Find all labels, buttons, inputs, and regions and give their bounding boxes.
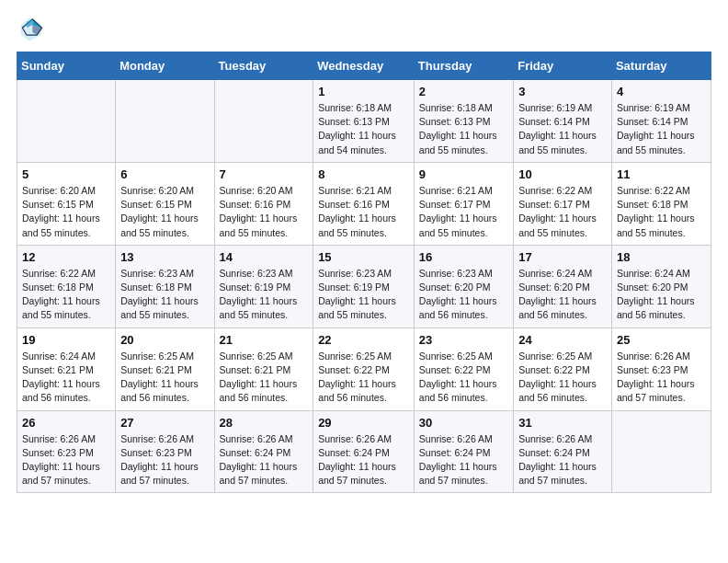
weekday-header-row: SundayMondayTuesdayWednesdayThursdayFrid… bbox=[17, 52, 711, 80]
day-number: 1 bbox=[318, 85, 409, 98]
day-number: 7 bbox=[220, 167, 309, 181]
day-number: 4 bbox=[617, 85, 706, 98]
calendar-cell: 22Sunrise: 6:25 AMSunset: 6:22 PMDayligh… bbox=[313, 327, 415, 410]
day-info: Sunrise: 6:19 AMSunset: 6:14 PMDaylight:… bbox=[617, 101, 706, 157]
day-number: 17 bbox=[518, 250, 607, 264]
calendar-cell: 31Sunrise: 6:26 AMSunset: 6:24 PMDayligh… bbox=[514, 410, 612, 493]
weekday-header-thursday: Thursday bbox=[414, 52, 513, 80]
day-number: 27 bbox=[120, 416, 209, 430]
calendar-cell: 17Sunrise: 6:24 AMSunset: 6:20 PMDayligh… bbox=[514, 245, 612, 327]
logo bbox=[17, 15, 48, 42]
logo-icon bbox=[17, 15, 44, 42]
day-info: Sunrise: 6:20 AMSunset: 6:15 PMDaylight:… bbox=[22, 184, 110, 240]
day-info: Sunrise: 6:18 AMSunset: 6:13 PMDaylight:… bbox=[419, 101, 508, 157]
week-row-2: 5Sunrise: 6:20 AMSunset: 6:15 PMDaylight… bbox=[17, 162, 711, 245]
day-number: 21 bbox=[220, 333, 309, 347]
weekday-header-sunday: Sunday bbox=[17, 52, 116, 80]
weekday-header-wednesday: Wednesday bbox=[313, 52, 415, 80]
calendar-cell: 12Sunrise: 6:22 AMSunset: 6:18 PMDayligh… bbox=[17, 245, 116, 327]
day-info: Sunrise: 6:23 AMSunset: 6:20 PMDaylight:… bbox=[419, 267, 508, 323]
day-number: 18 bbox=[617, 250, 706, 264]
day-number: 10 bbox=[518, 167, 607, 181]
day-info: Sunrise: 6:24 AMSunset: 6:20 PMDaylight:… bbox=[617, 267, 706, 323]
day-info: Sunrise: 6:18 AMSunset: 6:13 PMDaylight:… bbox=[318, 101, 409, 157]
day-info: Sunrise: 6:26 AMSunset: 6:24 PMDaylight:… bbox=[518, 432, 607, 488]
day-number: 15 bbox=[318, 250, 409, 264]
day-number: 23 bbox=[419, 333, 508, 347]
calendar-cell: 20Sunrise: 6:25 AMSunset: 6:21 PMDayligh… bbox=[116, 327, 214, 410]
day-info: Sunrise: 6:25 AMSunset: 6:21 PMDaylight:… bbox=[120, 350, 209, 406]
day-number: 26 bbox=[22, 416, 110, 430]
day-info: Sunrise: 6:25 AMSunset: 6:22 PMDaylight:… bbox=[518, 350, 607, 406]
day-number: 19 bbox=[22, 333, 110, 347]
calendar-cell: 15Sunrise: 6:23 AMSunset: 6:19 PMDayligh… bbox=[313, 245, 415, 327]
day-number: 8 bbox=[318, 167, 409, 181]
calendar-cell: 4Sunrise: 6:19 AMSunset: 6:14 PMDaylight… bbox=[611, 80, 711, 163]
calendar-cell: 14Sunrise: 6:23 AMSunset: 6:19 PMDayligh… bbox=[214, 245, 313, 327]
day-info: Sunrise: 6:21 AMSunset: 6:17 PMDaylight:… bbox=[419, 184, 508, 240]
calendar-cell: 25Sunrise: 6:26 AMSunset: 6:23 PMDayligh… bbox=[611, 327, 711, 410]
day-info: Sunrise: 6:25 AMSunset: 6:22 PMDaylight:… bbox=[318, 350, 409, 406]
day-info: Sunrise: 6:24 AMSunset: 6:21 PMDaylight:… bbox=[22, 350, 110, 406]
day-info: Sunrise: 6:19 AMSunset: 6:14 PMDaylight:… bbox=[518, 101, 607, 157]
calendar-table: SundayMondayTuesdayWednesdayThursdayFrid… bbox=[17, 52, 711, 493]
day-number: 25 bbox=[617, 333, 706, 347]
calendar-cell: 11Sunrise: 6:22 AMSunset: 6:18 PMDayligh… bbox=[611, 162, 711, 245]
weekday-header-saturday: Saturday bbox=[611, 52, 711, 80]
calendar-cell: 19Sunrise: 6:24 AMSunset: 6:21 PMDayligh… bbox=[17, 327, 116, 410]
week-row-3: 12Sunrise: 6:22 AMSunset: 6:18 PMDayligh… bbox=[17, 245, 711, 327]
day-number: 30 bbox=[419, 416, 508, 430]
day-info: Sunrise: 6:23 AMSunset: 6:19 PMDaylight:… bbox=[318, 267, 409, 323]
calendar-cell: 2Sunrise: 6:18 AMSunset: 6:13 PMDaylight… bbox=[414, 80, 513, 163]
calendar-cell: 18Sunrise: 6:24 AMSunset: 6:20 PMDayligh… bbox=[611, 245, 711, 327]
calendar-cell: 30Sunrise: 6:26 AMSunset: 6:24 PMDayligh… bbox=[414, 410, 513, 493]
day-number: 31 bbox=[518, 416, 607, 430]
day-info: Sunrise: 6:21 AMSunset: 6:16 PMDaylight:… bbox=[318, 184, 409, 240]
calendar-cell: 6Sunrise: 6:20 AMSunset: 6:15 PMDaylight… bbox=[116, 162, 214, 245]
calendar-cell: 5Sunrise: 6:20 AMSunset: 6:15 PMDaylight… bbox=[17, 162, 116, 245]
week-row-4: 19Sunrise: 6:24 AMSunset: 6:21 PMDayligh… bbox=[17, 327, 711, 410]
day-info: Sunrise: 6:26 AMSunset: 6:24 PMDaylight:… bbox=[220, 432, 309, 488]
day-info: Sunrise: 6:23 AMSunset: 6:18 PMDaylight:… bbox=[120, 267, 209, 323]
page: SundayMondayTuesdayWednesdayThursdayFrid… bbox=[0, 0, 728, 563]
day-number: 12 bbox=[22, 250, 110, 264]
day-info: Sunrise: 6:26 AMSunset: 6:24 PMDaylight:… bbox=[419, 432, 508, 488]
header bbox=[17, 15, 711, 42]
calendar-cell: 9Sunrise: 6:21 AMSunset: 6:17 PMDaylight… bbox=[414, 162, 513, 245]
calendar-cell: 28Sunrise: 6:26 AMSunset: 6:24 PMDayligh… bbox=[214, 410, 313, 493]
day-info: Sunrise: 6:26 AMSunset: 6:23 PMDaylight:… bbox=[617, 350, 706, 406]
week-row-1: 1Sunrise: 6:18 AMSunset: 6:13 PMDaylight… bbox=[17, 80, 711, 163]
day-number: 5 bbox=[22, 167, 110, 181]
day-info: Sunrise: 6:22 AMSunset: 6:17 PMDaylight:… bbox=[518, 184, 607, 240]
calendar-cell: 7Sunrise: 6:20 AMSunset: 6:16 PMDaylight… bbox=[214, 162, 313, 245]
day-number: 29 bbox=[318, 416, 409, 430]
calendar-cell bbox=[17, 80, 116, 163]
day-info: Sunrise: 6:25 AMSunset: 6:21 PMDaylight:… bbox=[220, 350, 309, 406]
day-info: Sunrise: 6:22 AMSunset: 6:18 PMDaylight:… bbox=[617, 184, 706, 240]
calendar-cell: 29Sunrise: 6:26 AMSunset: 6:24 PMDayligh… bbox=[313, 410, 415, 493]
day-number: 11 bbox=[617, 167, 706, 181]
day-info: Sunrise: 6:26 AMSunset: 6:23 PMDaylight:… bbox=[120, 432, 209, 488]
day-info: Sunrise: 6:20 AMSunset: 6:15 PMDaylight:… bbox=[120, 184, 209, 240]
calendar-cell: 27Sunrise: 6:26 AMSunset: 6:23 PMDayligh… bbox=[116, 410, 214, 493]
day-number: 6 bbox=[120, 167, 209, 181]
day-info: Sunrise: 6:20 AMSunset: 6:16 PMDaylight:… bbox=[220, 184, 309, 240]
day-info: Sunrise: 6:25 AMSunset: 6:22 PMDaylight:… bbox=[419, 350, 508, 406]
calendar-cell: 26Sunrise: 6:26 AMSunset: 6:23 PMDayligh… bbox=[17, 410, 116, 493]
calendar-cell: 13Sunrise: 6:23 AMSunset: 6:18 PMDayligh… bbox=[116, 245, 214, 327]
day-info: Sunrise: 6:23 AMSunset: 6:19 PMDaylight:… bbox=[220, 267, 309, 323]
calendar-cell: 3Sunrise: 6:19 AMSunset: 6:14 PMDaylight… bbox=[514, 80, 612, 163]
week-row-5: 26Sunrise: 6:26 AMSunset: 6:23 PMDayligh… bbox=[17, 410, 711, 493]
calendar-cell: 21Sunrise: 6:25 AMSunset: 6:21 PMDayligh… bbox=[214, 327, 313, 410]
weekday-header-tuesday: Tuesday bbox=[214, 52, 313, 80]
calendar-cell: 23Sunrise: 6:25 AMSunset: 6:22 PMDayligh… bbox=[414, 327, 513, 410]
day-info: Sunrise: 6:26 AMSunset: 6:23 PMDaylight:… bbox=[22, 432, 110, 488]
day-number: 24 bbox=[518, 333, 607, 347]
day-number: 3 bbox=[518, 85, 607, 98]
day-number: 28 bbox=[220, 416, 309, 430]
calendar-cell: 16Sunrise: 6:23 AMSunset: 6:20 PMDayligh… bbox=[414, 245, 513, 327]
calendar-cell bbox=[214, 80, 313, 163]
day-number: 13 bbox=[120, 250, 209, 264]
day-number: 2 bbox=[419, 85, 508, 98]
weekday-header-monday: Monday bbox=[116, 52, 214, 80]
